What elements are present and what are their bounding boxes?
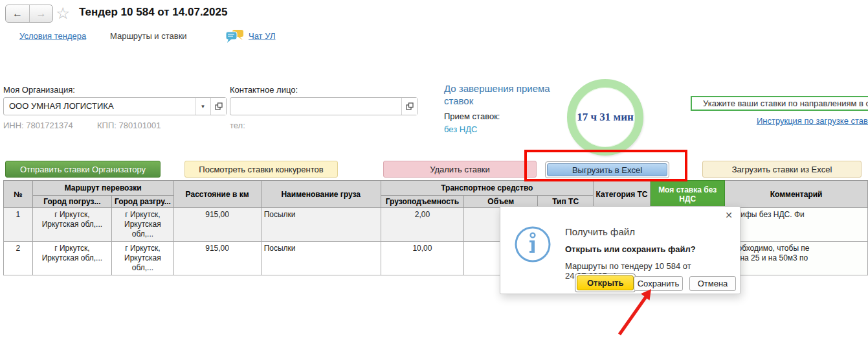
cell-num[interactable]: 1 [4, 208, 33, 242]
org-label: Моя Организация: [3, 85, 75, 95]
cancel-button[interactable]: Отмена [689, 276, 736, 291]
rates-hint-banner: Укажите ваши ставки по направлениям в ст… [691, 96, 868, 111]
page-title: Тендер 10 584 от 14.07.2025 [79, 6, 227, 19]
col-header-city-load[interactable]: Город погруз... [32, 196, 112, 208]
col-header-vehicle[interactable]: Транспортное средство [381, 181, 593, 196]
tab-tender-conditions[interactable]: Условия тендера [19, 31, 86, 41]
contact-phone: тел: [230, 121, 245, 130]
cell-cargo[interactable]: Посылки [261, 208, 381, 242]
col-header-category[interactable]: Категория ТС [593, 181, 650, 208]
org-combo: ООО УМНАЯ ЛОГИСТИКА ▼ [3, 97, 227, 115]
export-highlight-rectangle [524, 150, 687, 181]
org-kpp: КПП: 780101001 [97, 121, 161, 130]
send-rates-button[interactable]: Отправить ставки Организатору [5, 161, 161, 178]
cell-capacity[interactable]: 10,00 [381, 242, 463, 275]
col-header-route[interactable]: Маршрут перевозки [32, 181, 173, 196]
back-arrow-icon: ← [12, 8, 23, 19]
cell-city-load[interactable]: г Иркутск, Иркутская обл,... [32, 208, 112, 242]
close-icon[interactable]: ✕ [725, 210, 733, 220]
vat-mode-value: без НДС [444, 124, 477, 134]
col-header-capacity[interactable]: Грузоподъемность [381, 196, 463, 208]
open-form-icon [406, 102, 414, 110]
col-header-comment[interactable]: Комментарий [725, 181, 868, 208]
cell-distance[interactable]: 915,00 [173, 242, 261, 275]
comment-line: ТС на 25 и на 50м3 по [728, 253, 865, 263]
upload-instruction-link[interactable]: Инструкция по загрузке став [757, 116, 868, 126]
col-header-my-rate[interactable]: Моя ставка без НДС [651, 181, 725, 208]
cell-num[interactable]: 2 [4, 242, 33, 275]
cell-distance[interactable]: 915,00 [173, 208, 261, 242]
org-combo-value[interactable]: ООО УМНАЯ ЛОГИСТИКА [4, 98, 195, 115]
view-competitor-rates-button[interactable]: Посмотреть ставки конкурентов [184, 161, 338, 178]
col-header-cargo[interactable]: Наименование груза [261, 181, 381, 208]
contact-open-button[interactable] [401, 98, 417, 115]
forward-arrow-icon: → [36, 8, 47, 19]
dialog-question: Открыть или сохранить файл? [565, 244, 696, 254]
cell-city-unload[interactable]: г Иркутск, Иркутская обл,... [112, 208, 173, 242]
col-header-distance[interactable]: Расстояние в км [173, 181, 261, 208]
city-line: Иркутская обл,... [115, 220, 170, 239]
back-button[interactable]: ← [6, 5, 29, 22]
city-line: Иркутская обл,... [115, 253, 170, 273]
chat-icon [225, 29, 245, 43]
comment-line: Необходимо, чтобы пе [728, 244, 865, 253]
city-line: г Иркутск, [115, 244, 170, 253]
cell-city-unload[interactable]: г Иркутск, Иркутская обл,... [112, 242, 173, 275]
import-excel-button[interactable]: Загрузить ставки из Excel [702, 161, 862, 178]
city-line: г Иркутск, [36, 210, 109, 220]
comment-line: Тарифы без НДС. Фи [728, 210, 865, 220]
org-open-button[interactable] [210, 98, 226, 115]
city-line: Иркутская обл,... [36, 220, 109, 229]
delete-rates-button[interactable]: Удалить ставки [383, 161, 537, 178]
col-header-city-unload[interactable]: Город разгру... [112, 196, 173, 208]
info-icon [513, 225, 552, 264]
contact-label: Контактное лицо: [230, 85, 298, 95]
rates-hint-text: Укажите ваши ставки по направлениям в ст… [703, 99, 868, 108]
dialog-title: Получить файл [565, 226, 635, 237]
time-left-value: 17 ч 31 мин [577, 111, 634, 124]
cell-comment[interactable]: Необходимо, чтобы пе ТС на 25 и на 50м3 … [725, 242, 868, 275]
tab-routes-and-rates: Маршруты и ставки [110, 31, 187, 41]
cell-city-load[interactable]: г Иркутск, Иркутская обл,... [32, 242, 112, 275]
open-form-icon [215, 102, 223, 110]
countdown-timer-ring: 17 ч 31 мин [567, 79, 643, 156]
contact-input-wrap [230, 97, 417, 115]
city-line: г Иркутск, [36, 244, 109, 253]
accept-rates-label: Прием ставок: [444, 111, 500, 121]
city-line: г Иркутск, [115, 210, 170, 220]
chevron-down-icon: ▼ [201, 104, 206, 110]
history-nav: ← → [5, 5, 53, 23]
get-file-dialog: ✕ Получить файл Открыть или сохранить фа… [500, 206, 740, 294]
chat-link[interactable]: Чат УЛ [249, 31, 276, 41]
save-pointer-arrow-icon [608, 286, 660, 337]
org-dropdown-button[interactable]: ▼ [195, 98, 210, 115]
col-header-num[interactable]: № [4, 181, 33, 208]
city-line: Иркутская обл,... [36, 253, 109, 263]
cell-cargo[interactable]: Посылки [261, 242, 381, 275]
favorite-star-icon[interactable]: ☆ [56, 4, 70, 23]
contact-input[interactable] [230, 98, 401, 115]
cell-comment[interactable]: Тарифы без НДС. Фи [725, 208, 868, 242]
forward-button[interactable]: → [29, 5, 52, 22]
countdown-caption: До завершения приема ставок [444, 82, 570, 107]
cell-capacity[interactable]: 2,00 [381, 208, 463, 242]
org-inn: ИНН: 7801721374 [3, 121, 73, 130]
